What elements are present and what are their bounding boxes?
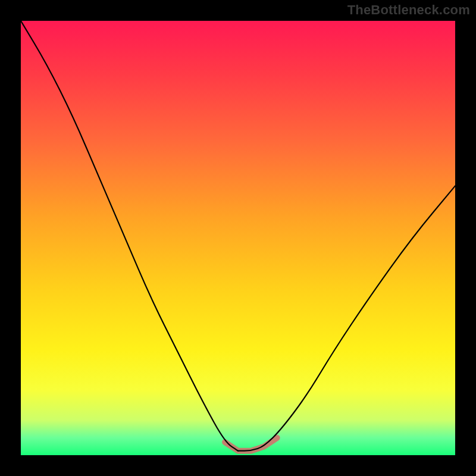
curve-layer: [21, 21, 455, 455]
bottleneck-curve-right: [238, 186, 455, 450]
chart-frame: TheBottleneck.com: [0, 0, 476, 476]
optimal-region-highlight: [225, 438, 277, 451]
bottleneck-curve-left: [21, 21, 238, 451]
plot-area: [21, 21, 455, 455]
watermark-text: TheBottleneck.com: [347, 2, 470, 18]
